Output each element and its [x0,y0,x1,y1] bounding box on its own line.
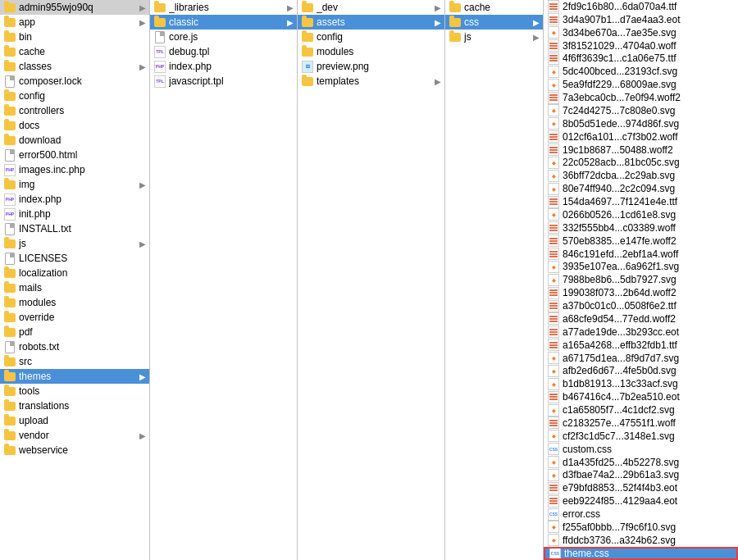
file-item[interactable]: 🖼preview.png [298,59,444,74]
file-item[interactable]: _libraries▶ [150,0,297,15]
folder-icon [301,1,314,14]
file-item[interactable]: 846c191efd...2ebf1a4.woff [544,248,738,261]
file-item[interactable]: js▶ [0,236,149,251]
file-item[interactable]: a77ade19de...3b293cc.eot [544,326,738,339]
file-item[interactable]: 332f555bb4...c03389.woff [544,221,738,234]
file-item[interactable]: classic▶ [150,15,297,30]
file-item[interactable]: PHPinit.php [0,207,149,221]
file-item[interactable]: localization [0,266,149,280]
file-item[interactable]: b467416c4...7b2ea510.eot [544,390,738,403]
file-item[interactable]: error500.html [0,148,149,162]
file-item[interactable]: modules [298,44,444,59]
file-item[interactable]: a68cfe9d54...77edd.woff2 [544,312,738,326]
file-item[interactable]: docs [0,118,149,133]
file-item[interactable]: override [0,310,149,325]
file-item[interactable]: ◈5ea9fdf229...68009ae.svg [544,78,738,91]
file-item[interactable]: cache [0,44,149,59]
file-item[interactable]: modules [0,295,149,310]
file-item[interactable]: ◈d1a435fd25...4b52278.svg [544,456,738,469]
file-icon [3,252,16,265]
file-item[interactable]: app▶ [0,15,149,30]
file-item[interactable]: PHPindex.php [0,192,149,207]
file-item[interactable]: INSTALL.txt [0,221,149,236]
file-item[interactable]: _dev▶ [298,0,444,15]
file-item[interactable]: ◈5dc400bced...23193cf.svg [544,65,738,78]
file-item[interactable]: TPLjavascript.tpl [150,74,297,89]
file-item[interactable]: 7a3ebca0cb...7e0f94.woff2 [544,91,738,104]
file-item[interactable]: ◈c1a65805f7...4c1dcf2.svg [544,403,738,417]
file-item[interactable]: core.js [150,30,297,44]
file-label: 3d34be670a...7ae35e.svg [563,27,735,39]
file-item[interactable]: js▶ [445,30,543,44]
file-item[interactable]: ◈d3fbae74a2...29b61a3.svg [544,469,738,482]
file-item[interactable]: admin955wjo90q▶ [0,0,149,15]
file-item[interactable]: upload [0,413,149,428]
file-item[interactable]: LICENSES [0,251,149,266]
file-item[interactable]: ◈0266b0526...1cd61e8.svg [544,208,738,221]
file-item[interactable]: a165a4268...effb32fdb1.ttf [544,339,738,352]
file-item[interactable]: templates▶ [298,74,444,89]
svg-icon: ◈ [547,157,560,170]
file-item[interactable]: ◈f255af0bbb...7f9c6f10.svg [544,521,738,534]
tpl-icon: TPL [153,75,166,88]
file-item[interactable]: a37b0c01c0...0508f6e2.ttf [544,299,738,312]
file-item[interactable]: vendor▶ [0,428,149,443]
file-item[interactable]: eeb9224f85...4129aa4.eot [544,494,738,508]
file-item[interactable]: bin [0,30,149,44]
file-item[interactable]: ◈afb2ed6d67...4fe5b0d.svg [544,365,738,378]
file-item[interactable]: 4f6ff3639c1...c1a06e75.ttf [544,52,738,66]
file-item[interactable]: 154da4697...7f1241e4e.ttf [544,195,738,208]
file-item[interactable]: e79bfd8853...52f4f4b3.eot [544,481,738,494]
file-item[interactable]: CSScustom.css [544,443,738,456]
file-item[interactable]: 570eb8385...e147fe.woff2 [544,234,738,248]
file-item[interactable]: ◈80e74ff940...2c2c094.svg [544,182,738,195]
file-item[interactable]: ◈b1db81913...13c33acf.svg [544,377,738,390]
file-label: e79bfd8853...52f4f4b3.eot [563,482,735,494]
file-item[interactable]: ◈36bff72dcba...2c29ab.svg [544,169,738,182]
file-item[interactable]: download [0,133,149,148]
folder-icon [301,16,314,29]
file-item[interactable]: 3f81521029...4704a0.woff [544,39,738,52]
file-item[interactable]: CSSerror.css [544,508,738,521]
file-item[interactable]: css▶ [445,15,543,30]
file-item[interactable]: 19c1b8687...50488.woff2 [544,143,738,157]
file-item[interactable]: ◈cf2f3c1d5c7...3148e1.svg [544,430,738,443]
file-item[interactable]: config [0,89,149,103]
file-item[interactable]: composer.lock [0,74,149,89]
file-item[interactable]: src [0,354,149,369]
file-item[interactable]: PHPindex.php [150,59,297,74]
file-item[interactable]: 012cf6a101...c7f3b02.woff [544,130,738,143]
file-item[interactable]: 199038f073...2b64d.woff2 [544,286,738,299]
font-icon [547,390,560,403]
file-item[interactable]: ◈ffddcb3736...a324b62.svg [544,534,738,547]
file-item[interactable]: 3d4a907b1...d7ae4aa3.eot [544,13,738,26]
file-item[interactable]: classes▶ [0,59,149,74]
file-item[interactable]: PHPimages.inc.php [0,162,149,177]
file-item[interactable]: ◈22c0528acb...81bc05c.svg [544,157,738,170]
file-item[interactable]: c2183257e...47551f1.woff [544,417,738,430]
font-icon [547,195,560,208]
file-item[interactable]: img▶ [0,177,149,192]
file-item[interactable]: assets▶ [298,15,444,30]
folder-icon [3,104,16,117]
file-item[interactable]: ◈7c24d4275...7c808e0.svg [544,104,738,117]
file-item[interactable]: tools [0,384,149,398]
file-label: themes [19,371,139,382]
file-item[interactable]: ◈3935e107ea...6a962f1.svg [544,261,738,274]
file-item[interactable]: 2fd9c16b80...6da070a4.ttf [544,0,738,13]
file-item[interactable]: ◈8b05d51ede...974d86f.svg [544,117,738,130]
file-item[interactable]: translations [0,398,149,413]
file-item[interactable]: themes▶ [0,369,149,384]
file-item[interactable]: ◈3d34be670a...7ae35e.svg [544,26,738,39]
file-item[interactable]: mails [0,280,149,295]
file-item[interactable]: cache [445,0,543,15]
file-item[interactable]: CSStheme.css [544,547,738,560]
file-item[interactable]: robots.txt [0,339,149,354]
file-item[interactable]: ◈a67175d1ea...8f9d7d7.svg [544,352,738,365]
file-item[interactable]: ◈7988be8b6...5db7927.svg [544,273,738,286]
file-item[interactable]: webservice [0,443,149,458]
file-item[interactable]: controllers [0,103,149,118]
file-item[interactable]: pdf [0,325,149,339]
file-item[interactable]: TPLdebug.tpl [150,44,297,59]
file-item[interactable]: config [298,30,444,44]
